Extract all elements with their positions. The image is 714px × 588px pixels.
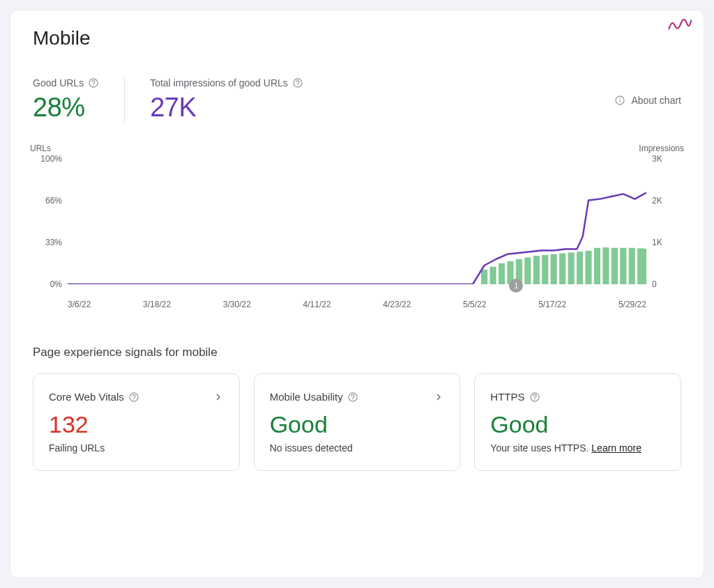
help-icon[interactable] bbox=[529, 392, 540, 403]
svg-rect-18 bbox=[620, 248, 626, 284]
signal-card-https: HTTPS Good Your site uses HTTPS. Learn m… bbox=[474, 373, 681, 471]
svg-rect-17 bbox=[612, 248, 618, 284]
x-axis-ticks: 3/6/223/18/223/30/224/11/224/23/225/5/22… bbox=[68, 300, 646, 309]
svg-rect-10 bbox=[551, 254, 557, 284]
svg-rect-8 bbox=[533, 256, 540, 284]
x-tick: 3/18/22 bbox=[143, 300, 171, 309]
usability-value: Good bbox=[270, 411, 445, 438]
mobile-report-card: Mobile Good URLs 28% Total impressions o… bbox=[10, 10, 704, 578]
metric-good-urls[interactable]: Good URLs 28% bbox=[33, 77, 124, 123]
good-urls-value: 28% bbox=[33, 93, 99, 123]
help-icon[interactable] bbox=[347, 392, 358, 403]
cwv-subtitle: Failing URLs bbox=[49, 442, 224, 454]
about-chart-label: About chart bbox=[631, 95, 681, 106]
usability-title: Mobile Usability bbox=[270, 391, 343, 403]
svg-rect-2 bbox=[481, 270, 487, 284]
y-right-tick: 3K bbox=[652, 154, 680, 164]
svg-rect-20 bbox=[637, 248, 644, 284]
svg-rect-9 bbox=[542, 255, 548, 284]
x-tick: 3/30/22 bbox=[223, 300, 251, 309]
chevron-right-icon bbox=[433, 392, 444, 403]
svg-point-0 bbox=[690, 20, 692, 22]
svg-rect-11 bbox=[559, 254, 565, 284]
svg-rect-19 bbox=[629, 248, 635, 284]
svg-rect-12 bbox=[568, 252, 575, 284]
y-left-tick: 33% bbox=[34, 238, 62, 247]
signals-row: Core Web Vitals 132 Failing URLs Mobile … bbox=[33, 373, 681, 471]
y-right-tick: 0 bbox=[652, 279, 680, 289]
metrics-row: Good URLs 28% Total impressions of good … bbox=[33, 77, 681, 123]
y-left-tick: 66% bbox=[34, 196, 62, 206]
x-tick: 5/29/22 bbox=[618, 300, 646, 309]
svg-rect-7 bbox=[524, 258, 531, 284]
chart-plot: 100%66%33%0% 3K2K1K0 bbox=[68, 159, 646, 284]
chart-marker-badge[interactable]: 1 bbox=[509, 279, 523, 293]
svg-rect-16 bbox=[602, 247, 609, 284]
https-learn-more-link[interactable]: Learn more bbox=[591, 442, 641, 454]
cwv-title: Core Web Vitals bbox=[49, 391, 124, 403]
impressions-label: Total impressions of good URLs bbox=[150, 77, 288, 88]
y-left-tick: 0% bbox=[34, 279, 62, 289]
watermark-logo bbox=[668, 14, 693, 40]
svg-rect-15 bbox=[594, 248, 600, 284]
y-right-tick: 2K bbox=[652, 196, 680, 206]
about-chart-link[interactable]: About chart bbox=[614, 95, 681, 106]
y-right-tick: 1K bbox=[652, 238, 680, 247]
signal-card-core-web-vitals[interactable]: Core Web Vitals 132 Failing URLs bbox=[33, 373, 240, 471]
usability-subtitle: No issues detected bbox=[270, 442, 445, 454]
y-left-tick: 100% bbox=[34, 154, 62, 164]
x-tick: 5/5/22 bbox=[463, 300, 486, 309]
https-value: Good bbox=[490, 411, 665, 438]
https-title: HTTPS bbox=[490, 391, 524, 403]
page-title: Mobile bbox=[33, 27, 681, 49]
help-icon[interactable] bbox=[128, 392, 139, 403]
x-tick: 3/6/22 bbox=[68, 300, 91, 309]
chevron-right-icon bbox=[213, 392, 224, 403]
y-left-axis-label: URLs bbox=[30, 144, 51, 153]
info-icon bbox=[614, 95, 625, 106]
good-urls-label: Good URLs bbox=[33, 77, 84, 88]
cwv-value: 132 bbox=[49, 411, 224, 438]
https-subtitle: Your site uses HTTPS. Learn more bbox=[490, 442, 665, 454]
help-icon[interactable] bbox=[292, 77, 303, 88]
svg-rect-21 bbox=[643, 249, 646, 284]
svg-rect-13 bbox=[577, 252, 583, 284]
metric-impressions[interactable]: Total impressions of good URLs 27K bbox=[124, 77, 328, 123]
svg-rect-14 bbox=[585, 251, 591, 284]
y-right-axis-label: Impressions bbox=[639, 144, 684, 153]
x-tick: 4/11/22 bbox=[303, 300, 331, 309]
x-tick: 4/23/22 bbox=[383, 300, 411, 309]
svg-rect-4 bbox=[499, 263, 505, 284]
chart-area: URLs Impressions 100%66%33%0% 3K2K1K0 1 … bbox=[33, 144, 681, 325]
svg-rect-3 bbox=[489, 267, 496, 284]
help-icon[interactable] bbox=[88, 77, 99, 88]
signals-section-title: Page experience signals for mobile bbox=[33, 346, 681, 359]
x-tick: 5/17/22 bbox=[538, 300, 566, 309]
signal-card-mobile-usability[interactable]: Mobile Usability Good No issues detected bbox=[254, 373, 461, 471]
impressions-value: 27K bbox=[150, 93, 303, 123]
